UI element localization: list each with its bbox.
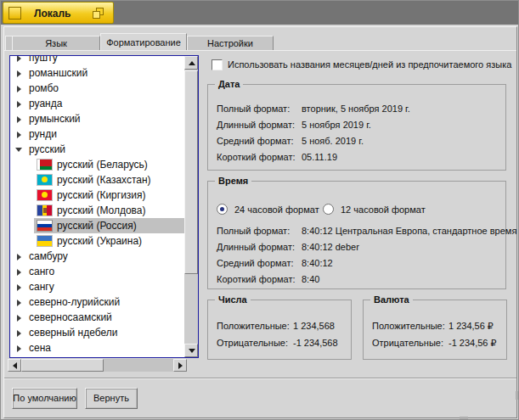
tab-formatting[interactable]: Форматирование bbox=[100, 33, 187, 50]
tabbar-baseline bbox=[4, 50, 516, 51]
scroll-up-button[interactable] bbox=[184, 56, 198, 70]
list-item-rundi[interactable]: рунди bbox=[10, 126, 184, 142]
expander-collapsed-icon[interactable] bbox=[17, 330, 21, 337]
window-menu-button[interactable] bbox=[8, 7, 21, 20]
horizontal-scrollbar-thumb[interactable] bbox=[21, 359, 104, 372]
radio-24-hour-label: 24 часовой формат bbox=[234, 204, 319, 215]
titlebar[interactable]: Локаль bbox=[1, 1, 519, 25]
language-list[interactable]: пушту романшский ромбо руанда румынский … bbox=[9, 55, 199, 358]
use-preferred-names-label: Использовать названия месяцев/дней из пр… bbox=[228, 59, 511, 70]
date-full-value: вторник, 5 ноября 2019 г. bbox=[302, 104, 410, 114]
resize-grip-right[interactable] bbox=[516, 391, 518, 400]
numbers-positive-value: 1 234,568 bbox=[293, 321, 335, 331]
expander-collapsed-icon[interactable] bbox=[17, 345, 21, 352]
list-item-russian-russia-selected[interactable]: русский (Россия) bbox=[10, 218, 184, 233]
expander-collapsed-icon[interactable] bbox=[17, 284, 21, 291]
expander-collapsed-icon[interactable] bbox=[17, 70, 21, 77]
revert-button[interactable]: Вернуть bbox=[85, 388, 138, 409]
expander-collapsed-icon[interactable] bbox=[17, 315, 21, 322]
shade-icon-front-square bbox=[93, 11, 100, 19]
currency-group: Валюта Положительные: 1 234,56 ₽ Отрицат… bbox=[363, 300, 507, 360]
list-item-russian-kyrgyzstan[interactable]: русский (Киргизия) bbox=[10, 188, 184, 203]
bottom-separator bbox=[4, 378, 516, 379]
list-item-ruanda[interactable]: руанда bbox=[10, 96, 184, 111]
vertical-scrollbar-thumb[interactable] bbox=[184, 70, 198, 274]
arrow-down-icon bbox=[189, 349, 195, 353]
expander-collapsed-icon[interactable] bbox=[17, 254, 21, 260]
list-item-northern-luri[interactable]: северно-лурийский bbox=[10, 294, 184, 310]
date-full-label: Полный формат: bbox=[217, 104, 290, 114]
scroll-left-button[interactable] bbox=[8, 359, 21, 372]
list-item-sena[interactable]: сена bbox=[10, 340, 184, 356]
numbers-group: Числа Положительные: 1 234,568 Отрицател… bbox=[207, 300, 352, 360]
shade-window-icon[interactable] bbox=[92, 7, 105, 20]
horizontal-scrollbar[interactable] bbox=[8, 359, 187, 372]
numbers-negative-value: -1 234,568 bbox=[293, 338, 338, 348]
list-item-northern-ndebele[interactable]: северный ндебели bbox=[10, 325, 184, 340]
time-group: Время 24 часовой формат 12 часовой форма… bbox=[207, 181, 506, 289]
radio-24-hour[interactable] bbox=[217, 204, 228, 215]
scroll-down-button[interactable] bbox=[184, 344, 198, 357]
currency-positive-value: 1 234,56 ₽ bbox=[448, 321, 494, 332]
time-long-value: 8:40:12 deber bbox=[302, 242, 359, 252]
flag-ukraine-icon bbox=[37, 236, 52, 246]
flag-belarus-icon bbox=[37, 160, 52, 170]
defaults-button[interactable]: По умолчанию bbox=[12, 388, 77, 409]
flag-moldova-icon bbox=[37, 205, 52, 216]
use-preferred-names-checkbox[interactable] bbox=[212, 59, 223, 70]
scroll-right-button[interactable] bbox=[173, 359, 187, 372]
tabbar-stub bbox=[5, 36, 12, 50]
time-long-label: Длинный формат: bbox=[217, 242, 295, 252]
expander-expanded-icon[interactable] bbox=[15, 148, 22, 152]
expander-collapsed-icon[interactable] bbox=[17, 132, 21, 138]
time-group-title: Время bbox=[215, 176, 251, 186]
list-item-russian[interactable]: русский bbox=[10, 142, 184, 157]
expander-collapsed-icon[interactable] bbox=[17, 56, 21, 62]
currency-group-title: Валюта bbox=[370, 294, 413, 305]
resize-grip-bottom[interactable] bbox=[460, 417, 468, 419]
date-group: Дата Полный формат: вторник, 5 ноября 20… bbox=[207, 84, 506, 171]
list-item-russian-belarus[interactable]: русский (Беларусь) bbox=[10, 157, 184, 172]
list-item-pushtu[interactable]: пушту bbox=[10, 56, 184, 65]
expander-collapsed-icon[interactable] bbox=[17, 300, 21, 306]
time-short-value: 8:40 bbox=[302, 274, 319, 284]
list-item-northern-sami[interactable]: северносаамский bbox=[10, 310, 184, 325]
time-full-label: Полный формат: bbox=[217, 226, 290, 236]
list-item-rombo[interactable]: ромбо bbox=[10, 81, 184, 96]
list-item-russian-kazakhstan[interactable]: русский (Казахстан) bbox=[10, 172, 184, 188]
date-short-value: 05.11.19 bbox=[302, 152, 337, 162]
currency-negative-value: -1 234,56 ₽ bbox=[448, 338, 497, 349]
list-item-romanian[interactable]: румынский bbox=[10, 111, 184, 126]
currency-negative-label: Отрицательные: bbox=[372, 338, 443, 348]
expander-collapsed-icon[interactable] bbox=[17, 269, 21, 276]
list-item-sangu[interactable]: сангу bbox=[10, 279, 184, 294]
numbers-negative-label: Отрицательные: bbox=[217, 338, 288, 348]
flag-kazakhstan-icon bbox=[37, 175, 52, 185]
date-medium-value: 5 нояб. 2019 г. bbox=[302, 136, 364, 146]
arrow-left-icon bbox=[13, 362, 17, 369]
list-item-russian-moldova[interactable]: русский (Молдова) bbox=[10, 203, 184, 218]
currency-positive-label: Положительные: bbox=[372, 321, 445, 331]
radio-12-hour-label: 12 часовой формат bbox=[341, 204, 426, 215]
date-long-value: 5 ноября 2019 г. bbox=[302, 120, 371, 130]
flag-kyrgyzstan-icon bbox=[37, 190, 52, 200]
tab-settings[interactable]: Настройки bbox=[187, 36, 274, 50]
date-group-title: Дата bbox=[215, 79, 243, 89]
list-item-samburu[interactable]: самбуру bbox=[10, 249, 184, 264]
time-medium-value: 8:40:12 bbox=[302, 258, 333, 268]
vertical-scrollbar[interactable] bbox=[184, 56, 198, 357]
language-list-viewport[interactable]: пушту романшский ромбо руанда румынский … bbox=[10, 56, 184, 357]
date-long-label: Длинный формат: bbox=[217, 120, 295, 130]
expander-collapsed-icon[interactable] bbox=[17, 101, 21, 108]
radio-12-hour[interactable] bbox=[323, 204, 334, 215]
list-item-sango[interactable]: санго bbox=[10, 264, 184, 279]
expander-collapsed-icon[interactable] bbox=[17, 86, 21, 92]
time-medium-label: Средний формат: bbox=[217, 258, 294, 268]
list-item-russian-ukraine[interactable]: русский (Украина) bbox=[10, 233, 184, 249]
tab-language[interactable]: Язык bbox=[12, 36, 100, 50]
expander-collapsed-icon[interactable] bbox=[17, 116, 21, 123]
titlebar-tab[interactable]: Локаль bbox=[3, 2, 114, 24]
list-item-romansh[interactable]: романшский bbox=[10, 65, 184, 81]
time-short-label: Короткий формат: bbox=[217, 274, 296, 284]
numbers-positive-label: Положительные: bbox=[217, 321, 290, 331]
